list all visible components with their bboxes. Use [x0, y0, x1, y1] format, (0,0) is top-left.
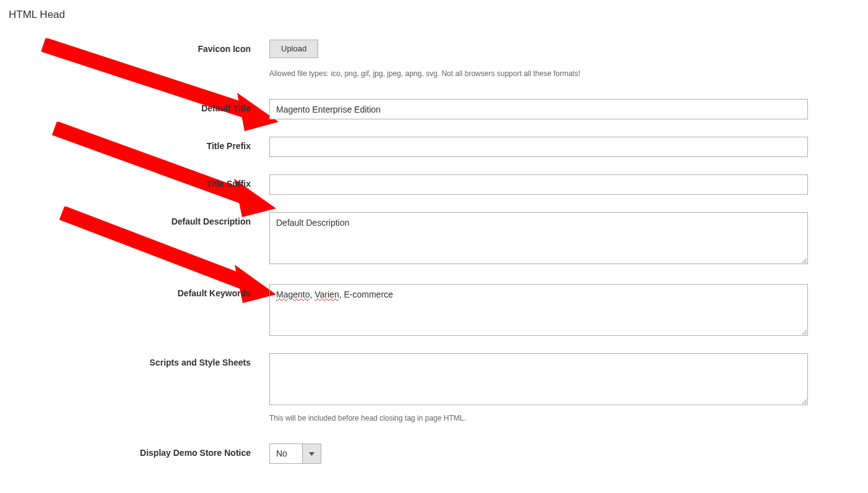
upload-button[interactable]: Upload	[269, 40, 318, 58]
scripts-styles-hint: This will be included before head closin…	[269, 414, 808, 422]
label-default-description: Default Description	[0, 212, 269, 226]
row-default-title: Default Title	[0, 99, 868, 119]
title-suffix-input[interactable]	[269, 174, 808, 195]
chevron-down-icon[interactable]	[302, 444, 321, 463]
title-prefix-input[interactable]	[269, 137, 808, 157]
label-default-title: Default Title	[0, 99, 269, 113]
row-title-suffix: Title Suffix	[0, 174, 868, 195]
row-display-demo: Display Demo Store Notice No	[0, 444, 868, 464]
row-title-prefix: Title Prefix	[0, 137, 868, 157]
label-scripts-styles: Scripts and Style Sheets	[0, 353, 269, 367]
default-keywords-input[interactable]: Magento, Varien, E-commerce	[269, 284, 808, 336]
default-title-input[interactable]	[269, 99, 808, 119]
scripts-styles-input[interactable]	[269, 353, 808, 405]
label-display-demo: Display Demo Store Notice	[0, 444, 269, 458]
row-scripts-styles: Scripts and Style Sheets This will be in…	[0, 353, 868, 422]
row-default-description: Default Description	[0, 212, 868, 267]
section-title: HTML Head	[0, 0, 868, 21]
label-title-prefix: Title Prefix	[0, 137, 269, 151]
label-title-suffix: Title Suffix	[0, 174, 269, 189]
svg-marker-6	[309, 452, 315, 456]
keyword-varien: Varien	[315, 289, 339, 299]
row-favicon: Favicon Icon Upload Allowed file types: …	[0, 40, 868, 78]
row-default-keywords: Default Keywords Magento, Varien, E-comm…	[0, 284, 868, 336]
label-default-keywords: Default Keywords	[0, 284, 269, 298]
label-favicon: Favicon Icon	[0, 40, 269, 54]
default-description-input[interactable]	[269, 212, 808, 264]
display-demo-value: No	[270, 444, 302, 463]
html-head-form: Favicon Icon Upload Allowed file types: …	[0, 21, 868, 464]
favicon-hint: Allowed file types: ico, png, gif, jpg, …	[269, 69, 808, 78]
keyword-magento: Magento	[276, 289, 310, 299]
keyword-rest: , E-commerce	[339, 289, 393, 299]
display-demo-select[interactable]: No	[269, 444, 321, 464]
